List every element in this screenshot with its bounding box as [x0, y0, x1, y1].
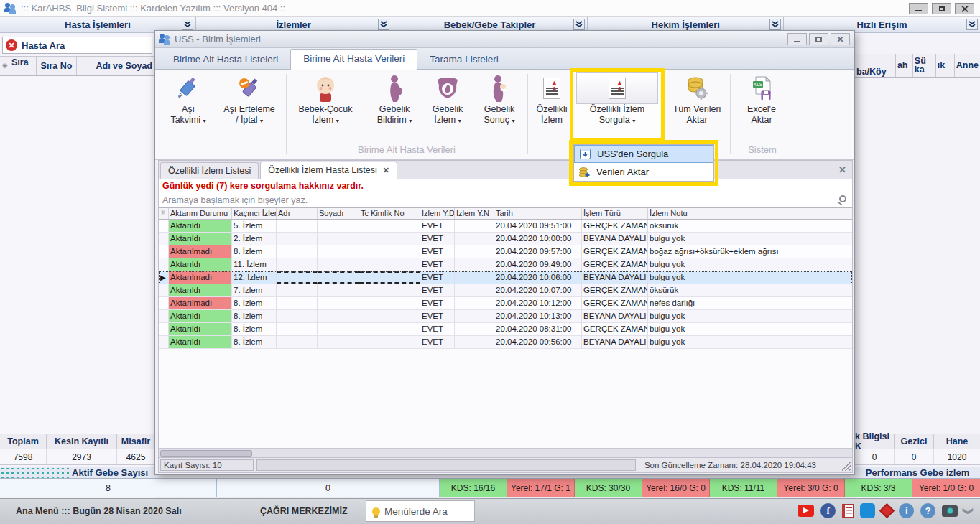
table-row[interactable]: Aktarıldı 7. İzlem EVET 20.04.2020 10:07…: [159, 284, 852, 297]
status-badge: Yerel: 17/1 G: 1: [507, 479, 575, 497]
youtube-icon[interactable]: [798, 505, 814, 517]
column-su-ka[interactable]: Sü ka: [913, 54, 936, 77]
yd-cell: EVET: [420, 233, 455, 245]
table-row[interactable]: Aktarılmadı 8. İzlem EVET 20.04.2020 10:…: [159, 297, 852, 310]
syringe-icon: [162, 72, 214, 104]
chevron-down-icon[interactable]: [378, 19, 389, 30]
tur-cell: GERÇEK ZAMANLI: [582, 323, 648, 335]
row-indicator: [159, 233, 169, 245]
clear-search-icon[interactable]: ✕: [6, 39, 17, 51]
patient-search-box[interactable]: ✕ Hasta Ara: [2, 37, 152, 54]
tab-birime-ait-hasta-listeleri[interactable]: Birime Ait Hasta Listeleri: [161, 50, 290, 69]
help-icon[interactable]: ?: [920, 503, 935, 518]
notes-icon[interactable]: [842, 504, 854, 518]
ozellikli-izlem-button[interactable]: ▲A Özellikli İzlem: [530, 72, 573, 141]
gebelik-bildirim-button[interactable]: Gebelik Bildirim ▾: [366, 72, 422, 141]
dropdown-arrow-icon: ▾: [203, 118, 206, 124]
tab-ozellikli-izlem-hasta-listesi[interactable]: Özellikli İzlem Hasta Listesi✕: [260, 162, 397, 179]
column-sira[interactable]: Sıra: [9, 57, 37, 75]
chevron-down-icon[interactable]: ❯: [963, 507, 974, 515]
column-anne[interactable]: Anne: [955, 54, 980, 77]
teamviewer-icon[interactable]: [860, 503, 875, 518]
column-soyadi[interactable]: Soyadı: [318, 208, 359, 219]
status-cell: Aktarıldı: [169, 323, 232, 335]
ozellikli-izlem-sorgula-button[interactable]: ▲A Özellikli İzlem Sorgula ▾: [575, 72, 660, 141]
tarih-cell: 20.04.2020 09:57:00: [494, 245, 582, 258]
close-button[interactable]: [955, 3, 974, 14]
facebook-icon[interactable]: f: [820, 503, 836, 518]
status-badge-row: 8 0 KDS: 16/16 Yerel: 17/1 G: 1 KDS: 30/…: [0, 478, 980, 497]
database-gear-icon: [667, 72, 727, 104]
resize-grip[interactable]: [842, 462, 851, 471]
table-row[interactable]: Aktarılmadı 8. İzlem EVET 20.04.2020 09:…: [159, 245, 852, 258]
column-kacinci-izlem[interactable]: Kaçıncı İzlem: [232, 208, 277, 219]
restore-button[interactable]: [932, 3, 951, 14]
dialog-title-bar[interactable]: USS - Birim İşlemleri ✕: [155, 31, 854, 48]
asi-erteleme-iptal-button[interactable]: Aşı Erteleme / İptal ▾: [216, 72, 283, 141]
menu-item-uss-den-sorgula[interactable]: USS'den Sorgula: [574, 145, 713, 163]
table-row[interactable]: Aktarıldı 8. İzlem EVET 20.04.2020 09:56…: [159, 336, 852, 349]
column-aktarim-durumu[interactable]: Aktarım Durumu: [169, 208, 232, 219]
dialog-minimize-button[interactable]: [787, 33, 807, 45]
dotted-texture: [0, 467, 69, 479]
grid-search-input[interactable]: [159, 192, 852, 207]
column-adi-soyad[interactable]: Adı ve Soyad: [77, 57, 154, 75]
column-tarih[interactable]: Tarih: [494, 208, 582, 219]
button-label: İzlem: [530, 115, 573, 126]
table-row[interactable]: Aktarıldı 2. İzlem EVET 20.04.2020 10:00…: [159, 233, 852, 245]
tab-ozellikli-izlem-listesi[interactable]: Özellikli İzlem Listesi: [160, 162, 259, 179]
column-sira-no[interactable]: Sıra No: [37, 57, 77, 75]
chevron-down-icon[interactable]: [769, 19, 781, 30]
column-izlem-yd[interactable]: Izlem Y.D: [420, 208, 455, 219]
column-izlem-yn[interactable]: Izlem Y.N: [455, 208, 494, 219]
horizontal-scrollbar[interactable]: [159, 448, 852, 457]
chevron-down-icon[interactable]: [573, 19, 585, 30]
tab-tarama-listeleri[interactable]: Tarama Listeleri: [417, 50, 510, 69]
camera-icon[interactable]: [942, 505, 958, 517]
right-table-panel: ba/Köy ah Sü ka ık Anne k Bilgisi K Gezi…: [855, 33, 980, 524]
button-label: Gebelik: [473, 104, 526, 115]
table-row-selected[interactable]: ▶ Aktarılmadı 12. İzlem EVET 20.04.2020 …: [159, 271, 852, 284]
table-row[interactable]: Aktarıldı 5. İzlem EVET 20.04.2020 09:51…: [159, 220, 852, 233]
panel-close-icon[interactable]: ✕: [838, 164, 846, 175]
adi-cell: [277, 336, 318, 348]
tab-close-icon[interactable]: ✕: [383, 166, 389, 174]
excele-aktar-button[interactable]: XLS Excel'e Aktar: [734, 72, 789, 141]
column-mahalle-koy[interactable]: ba/Köy: [855, 54, 896, 77]
chevron-down-icon[interactable]: [966, 19, 978, 30]
not-cell: bulgu yok: [648, 336, 852, 348]
info-icon[interactable]: i: [899, 503, 914, 518]
column-ah[interactable]: ah: [896, 54, 913, 77]
bebek-cocuk-izlem-button[interactable]: Bebek-Çocuk İzlem ▾: [289, 72, 362, 141]
search-icon[interactable]: [839, 195, 846, 202]
button-label: Takvimi: [170, 115, 200, 125]
tab-birime-ait-hasta-verileri[interactable]: Birime Ait Hasta Verileri: [290, 49, 417, 70]
main-menu-button[interactable]: Ana Menü ::: Bugün 28 Nisan 2020 Salı: [16, 506, 182, 516]
column-adi[interactable]: Adı: [277, 208, 318, 219]
right-summary-header: k Bilgisi K Gezici Hane: [855, 434, 980, 449]
column-ik[interactable]: ık: [936, 54, 955, 77]
table-row[interactable]: Aktarıldı 11. İzlem EVET 20.04.2020 09:4…: [159, 258, 852, 271]
chevron-down-icon[interactable]: [182, 19, 193, 30]
column-izlem-notu[interactable]: İzlem Notu: [648, 208, 852, 219]
asi-takvimi-button[interactable]: Aşı Takvimi ▾: [162, 72, 214, 141]
gebelik-sonuc-button[interactable]: Gebelik Sonuç ▾: [473, 72, 526, 141]
column-islem-turu[interactable]: İşlem Türü: [582, 208, 648, 219]
scrollbar-thumb[interactable]: [160, 450, 252, 457]
button-label: Excel'e: [734, 104, 789, 115]
izlem-cell: 8. İzlem: [232, 297, 277, 309]
minimize-button[interactable]: [909, 3, 928, 14]
table-row[interactable]: Aktarıldı 8. İzlem EVET 20.04.2020 10:13…: [159, 310, 852, 323]
inner-panel: Özellikli İzlem Listesi Özellikli İzlem …: [158, 160, 853, 473]
dialog-maximize-button[interactable]: [809, 33, 828, 45]
diamond-icon[interactable]: [879, 503, 895, 518]
column-tc-kimlik[interactable]: Tc Kimlik No: [359, 208, 420, 219]
yd-cell: EVET: [420, 323, 455, 335]
menu-item-verileri-aktar[interactable]: Verileri Aktar: [574, 163, 713, 181]
table-row[interactable]: Aktarıldı 8. İzlem EVET 20.04.2020 08:31…: [159, 323, 852, 336]
tarih-cell: 20.04.2020 10:00:00: [494, 233, 582, 245]
menu-search-box[interactable]: Menülerde Ara: [366, 500, 475, 522]
tum-verileri-aktar-button[interactable]: Tüm Verileri Aktar: [667, 72, 727, 141]
gebelik-izlem-button[interactable]: Gebelik İzlem ▾: [424, 72, 471, 141]
dialog-close-button[interactable]: ✕: [831, 33, 850, 45]
